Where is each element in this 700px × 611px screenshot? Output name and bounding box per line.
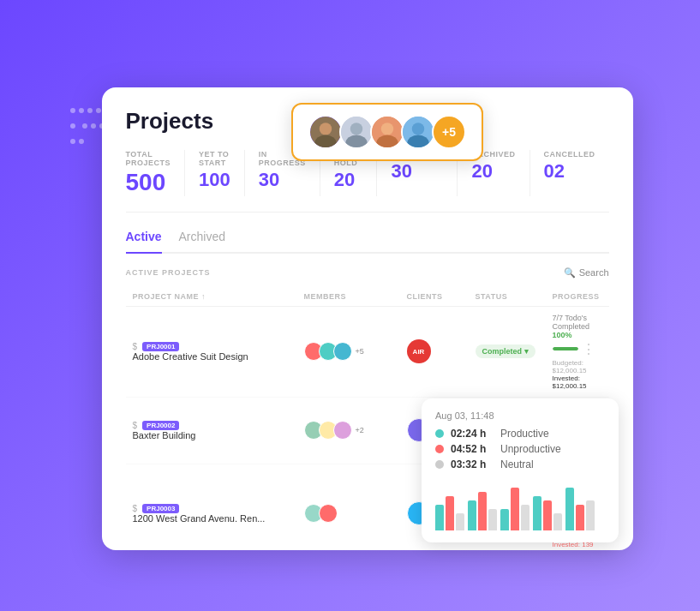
stat-value: 20 <box>334 169 363 191</box>
project-name: Adobe Creative Suit Design <box>133 351 304 362</box>
unproductive-time: 04:52 h <box>451 443 494 455</box>
svg-point-1 <box>320 123 332 135</box>
progress-fill <box>553 347 578 350</box>
members-count: +2 <box>356 426 364 434</box>
productivity-tooltip: Aug 03, 11:48 02:24 h Productive 04:52 h… <box>422 398 619 542</box>
col-progress: PROGRESS <box>553 292 602 301</box>
tab-active[interactable]: Active <box>126 230 162 254</box>
project-id: PRJ0001 <box>142 342 179 351</box>
dollar-sign: $ <box>133 342 138 351</box>
table-header: PROJECT NAME ↑ MEMBERS CLIENTS STATUS PR… <box>126 287 609 307</box>
stat-total-projects: TOTAL PROJECTS 500 <box>126 150 185 196</box>
tooltip-date: Aug 03, 11:48 <box>435 410 605 421</box>
avatar <box>401 115 435 149</box>
progress-bar <box>553 347 578 350</box>
section-header: ACTIVE PROJECTS 🔍 Search <box>126 267 609 279</box>
client-avatar: AIR <box>407 339 431 363</box>
stat-label: TOTAL PROJECTS <box>126 150 171 167</box>
stat-value: 500 <box>126 169 171 196</box>
progress-meta: Budgeted: $12,000.15 Invested: $12,000.1… <box>553 359 595 390</box>
svg-point-7 <box>381 123 393 135</box>
progress-col: 7/7 Todo's Completed 100% ⋮ Budgeted: $1… <box>553 314 602 390</box>
neutral-time: 03:32 h <box>451 458 494 470</box>
member-avatar <box>333 421 352 440</box>
avatars-card: +5 <box>291 103 483 161</box>
members-col: +2 <box>304 421 407 440</box>
clients-col: AIR <box>407 339 476 363</box>
tab-archived[interactable]: Archived <box>179 230 225 254</box>
avatar <box>339 115 374 149</box>
search-icon: 🔍 <box>564 267 576 279</box>
section-label: ACTIVE PROJECTS <box>126 268 211 277</box>
unproductive-dot <box>435 445 444 453</box>
member-avatar <box>319 504 338 523</box>
project-name-col: $ PRJ0003 1200 West Grand Avenu. Ren... <box>133 504 304 524</box>
project-name: Baxter Building <box>133 430 304 440</box>
project-name-col: $ PRJ0002 Baxter Building <box>133 421 304 440</box>
members-col: +5 <box>304 342 407 361</box>
avatar <box>370 115 404 149</box>
project-id: PRJ0003 <box>142 504 179 513</box>
col-status: STATUS <box>476 292 553 301</box>
col-project-name: PROJECT NAME ↑ <box>133 292 304 301</box>
project-id: PRJ0002 <box>142 421 179 430</box>
more-button[interactable]: ⋮ <box>582 341 595 357</box>
members-count: +5 <box>356 347 364 356</box>
avatar <box>308 115 343 149</box>
stat-value: 30 <box>391 160 443 183</box>
stat-label: CANCELLED <box>544 150 595 159</box>
stat-value: 02 <box>544 160 595 183</box>
stat-value: 30 <box>259 169 306 191</box>
avatar-count: +5 <box>432 115 466 149</box>
status-badge[interactable]: Completed ▾ <box>476 344 535 358</box>
productive-dot <box>435 429 444 438</box>
unproductive-label: Unproductive <box>500 443 561 455</box>
productive-time: 02:24 h <box>451 428 494 440</box>
status-col: Completed ▾ <box>476 344 553 358</box>
members-col <box>304 504 407 523</box>
col-clients: CLIENTS <box>407 292 476 301</box>
neutral-dot <box>435 460 444 469</box>
neutral-label: Neutral <box>500 458 534 470</box>
search-button[interactable]: 🔍 Search <box>564 267 609 279</box>
stat-cancelled: CANCELLED 02 <box>529 150 609 196</box>
table-row: $ PRJ0001 Adobe Creative Suit Design +5A… <box>126 307 609 398</box>
svg-point-4 <box>350 123 362 135</box>
productive-label: Productive <box>500 428 549 440</box>
progress-text: 7/7 Todo's Completed 100% <box>553 314 595 339</box>
stat-yet-to-start: YET TO START 100 <box>184 150 244 196</box>
stat-label: YET TO START <box>199 150 230 167</box>
project-name: 1200 West Grand Avenu. Ren... <box>133 513 304 524</box>
member-avatar <box>333 342 352 361</box>
svg-point-10 <box>412 123 424 135</box>
col-members: MEMBERS <box>304 292 407 301</box>
stat-value: 20 <box>471 160 515 183</box>
stat-value: 100 <box>199 169 230 191</box>
mini-bar-chart <box>435 479 605 530</box>
search-label: Search <box>579 267 609 278</box>
project-name-col: $ PRJ0001 Adobe Creative Suit Design <box>133 342 304 362</box>
dollar-sign: $ <box>133 421 138 430</box>
dollar-sign: $ <box>133 504 138 513</box>
tabs: Active Archived <box>126 230 609 254</box>
